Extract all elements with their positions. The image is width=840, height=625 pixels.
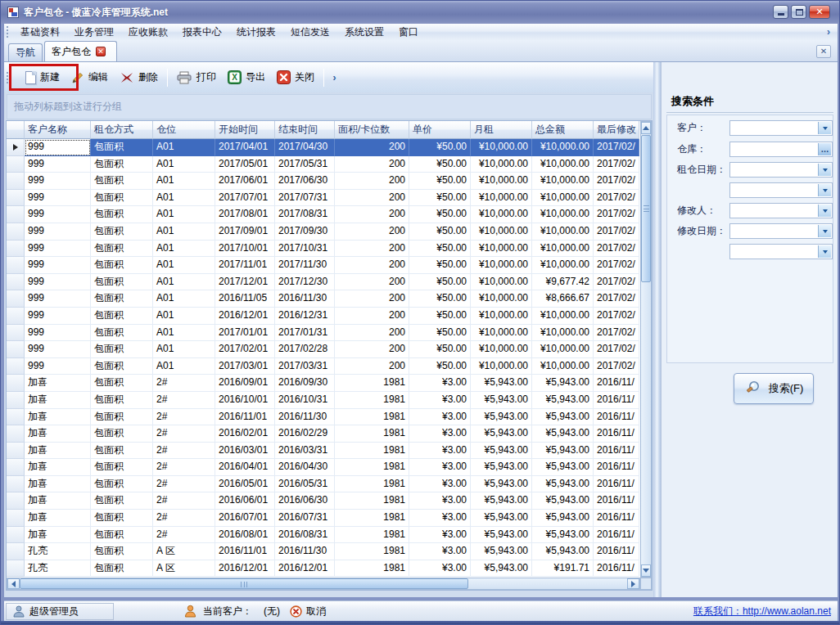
current-user: 超级管理员 — [6, 603, 114, 620]
contact-link[interactable]: 联系我们：http://www.aolan.net — [693, 605, 831, 618]
column-header[interactable]: 开始时间 — [215, 121, 275, 139]
scroll-up-button[interactable] — [641, 122, 651, 134]
menu-item[interactable]: 系统设置 — [337, 24, 391, 40]
table-row[interactable]: 999包面积A012017/11/012017/11/30200¥50.00¥1… — [7, 257, 640, 274]
table-row[interactable]: 999包面积A012017/03/012017/03/31200¥50.00¥1… — [7, 358, 640, 375]
table-cell: 2# — [153, 459, 215, 476]
table-row[interactable]: 加喜包面积2#2016/05/012016/05/311981¥3.00¥5,9… — [7, 476, 640, 493]
table-cell: ¥10,000.00 — [532, 308, 594, 325]
column-header[interactable]: 最后修改 — [594, 121, 639, 139]
tab-close-icon[interactable]: ✕ — [96, 47, 106, 56]
table-cell: 2016/11/30 — [275, 290, 335, 308]
table-row[interactable]: 加喜包面积2#2016/08/012016/08/311981¥3.00¥5,9… — [7, 527, 640, 544]
search-panel-title: 搜索条件 — [671, 94, 714, 109]
horizontal-scrollbar[interactable] — [7, 578, 640, 590]
table-row[interactable]: 加喜包面积2#2016/09/012016/09/301981¥3.00¥5,9… — [7, 375, 640, 392]
title-bar[interactable]: 客户包仓 - 傲蓝冷库管理系统.net ✕ — [1, 1, 840, 24]
table-row[interactable]: 999包面积A012017/05/012017/05/31200¥50.00¥1… — [7, 156, 640, 173]
dropdown-button[interactable] — [818, 122, 831, 134]
vertical-scroll-thumb[interactable] — [641, 135, 651, 282]
menu-item[interactable]: 短信发送 — [283, 24, 337, 40]
table-row[interactable]: 999包面积A012016/11/052016/11/30200¥50.00¥1… — [7, 290, 640, 308]
maximize-button[interactable] — [791, 5, 806, 19]
export-button[interactable]: X 导出 — [222, 67, 271, 88]
table-cell: ¥5,943.00 — [532, 425, 594, 443]
dropdown-button[interactable] — [818, 205, 831, 217]
modifier-combo[interactable] — [729, 203, 833, 218]
tab-customer-storage[interactable]: 客户包仓 ✕ — [44, 41, 117, 61]
table-row[interactable]: 加喜包面积2#2016/11/012016/11/301981¥3.00¥5,9… — [7, 409, 640, 426]
table-row[interactable]: 999包面积A012016/12/012016/12/31200¥50.00¥1… — [7, 308, 640, 325]
table-row[interactable]: 999包面积A012017/02/012017/02/28200¥50.00¥1… — [7, 341, 640, 358]
table-cell: ¥3.00 — [409, 443, 471, 460]
ellipsis-button[interactable]: … — [818, 143, 831, 155]
row-indicator — [7, 156, 25, 173]
group-by-bar[interactable]: 拖动列标题到这进行分组 — [7, 94, 652, 119]
table-row[interactable]: 999包面积A012017/06/012017/06/30200¥50.00¥1… — [7, 173, 640, 190]
table-row[interactable]: 加喜包面积2#2016/10/012016/10/311981¥3.00¥5,9… — [7, 392, 640, 409]
close-tab-button[interactable]: 关闭 — [271, 67, 320, 88]
column-header[interactable]: 租仓方式 — [91, 121, 153, 139]
table-row[interactable]: 加喜包面积2#2016/04/012016/04/301981¥3.00¥5,9… — [7, 459, 640, 476]
table-cell: 包面积 — [91, 325, 153, 342]
panel-splitter[interactable] — [653, 62, 661, 597]
menu-item[interactable]: 报表中心 — [175, 24, 229, 40]
menu-item[interactable]: 应收账款 — [121, 24, 175, 40]
table-cell: ¥3.00 — [409, 409, 471, 426]
column-header[interactable]: 结束时间 — [275, 121, 335, 139]
table-row[interactable]: 999包面积A012017/12/012017/12/30200¥50.00¥1… — [7, 274, 640, 291]
tabstrip-close-button[interactable]: ✕ — [816, 45, 831, 58]
table-row[interactable]: 999包面积A012017/09/012017/09/30200¥50.00¥1… — [7, 223, 640, 241]
scroll-down-button[interactable] — [641, 564, 651, 577]
scroll-right-button[interactable] — [627, 578, 639, 589]
table-row[interactable]: 加喜包面积2#2016/03/012016/03/311981¥3.00¥5,9… — [7, 443, 640, 460]
table-cell: ¥50.00 — [409, 257, 471, 274]
menu-item[interactable]: 基础资料 — [13, 24, 67, 40]
table-row[interactable]: 999包面积A012017/01/012017/01/31200¥50.00¥1… — [7, 325, 640, 342]
table-row[interactable]: 加喜包面积2#2016/02/012016/02/291981¥3.00¥5,9… — [7, 425, 640, 443]
search-button[interactable]: 搜索(F) — [734, 373, 814, 404]
print-button[interactable]: 打印 — [171, 67, 222, 88]
column-header[interactable]: 面积/卡位数 — [335, 121, 409, 139]
excel-export-icon: X — [228, 70, 242, 84]
column-header[interactable]: 单价 — [409, 121, 471, 139]
minimize-button[interactable] — [773, 5, 788, 19]
table-row[interactable]: 孔亮包面积A 区2016/12/012016/12/011981¥3.00¥5,… — [7, 560, 640, 578]
table-row[interactable]: 999包面积A012017/08/012017/08/31200¥50.00¥1… — [7, 206, 640, 223]
dropdown-button[interactable] — [818, 164, 831, 176]
table-row[interactable]: 加喜包面积2#2016/06/012016/06/301981¥3.00¥5,9… — [7, 492, 640, 510]
menu-overflow-icon[interactable]: › — [823, 25, 834, 38]
menu-item[interactable]: 统计报表 — [229, 24, 283, 40]
modify-date-to-combo[interactable] — [729, 244, 833, 259]
menu-item[interactable]: 业务管理 — [67, 24, 121, 40]
vertical-scrollbar[interactable] — [640, 121, 652, 578]
menu-grip[interactable] — [7, 26, 9, 38]
table-row[interactable]: 999包面积A012017/10/012017/10/31200¥50.00¥1… — [7, 241, 640, 258]
rent-date-to-combo[interactable] — [729, 182, 833, 198]
column-header[interactable]: 客户名称 — [25, 121, 91, 139]
table-row[interactable]: 孔亮包面积A 区2016/11/012016/11/301981¥3.00¥5,… — [7, 543, 640, 560]
scroll-left-button[interactable] — [7, 578, 20, 589]
table-row[interactable]: 加喜包面积2#2016/07/012016/07/311981¥3.00¥5,9… — [7, 510, 640, 527]
row-indicator — [7, 190, 25, 207]
table-row[interactable]: 999包面积A012017/07/012017/07/31200¥50.00¥1… — [7, 190, 640, 207]
tab-label: 客户包仓 — [52, 45, 91, 59]
rent-date-from-combo[interactable] — [729, 162, 833, 178]
delete-button[interactable]: 删除 — [114, 67, 164, 88]
menu-item[interactable]: 窗口 — [391, 24, 426, 40]
close-button[interactable]: ✕ — [809, 5, 830, 19]
warehouse-field[interactable]: … — [729, 142, 833, 157]
dropdown-button[interactable] — [818, 225, 831, 237]
table-row[interactable]: 999包面积A012017/04/012017/04/30200¥50.00¥1… — [7, 139, 640, 156]
horizontal-scroll-thumb[interactable] — [20, 578, 468, 589]
customer-combo[interactable] — [729, 120, 833, 136]
dropdown-button[interactable] — [818, 184, 831, 196]
tab-navigation[interactable]: 导航 — [8, 43, 43, 61]
column-header[interactable]: 总金额 — [532, 121, 594, 139]
column-header[interactable]: 月租 — [471, 121, 532, 139]
modify-date-from-combo[interactable] — [729, 223, 833, 239]
cancel-label[interactable]: 取消 — [306, 605, 326, 618]
dropdown-button[interactable] — [818, 245, 831, 258]
toolbar-overflow-icon[interactable]: › — [329, 70, 340, 86]
column-header[interactable]: 仓位 — [153, 121, 215, 139]
